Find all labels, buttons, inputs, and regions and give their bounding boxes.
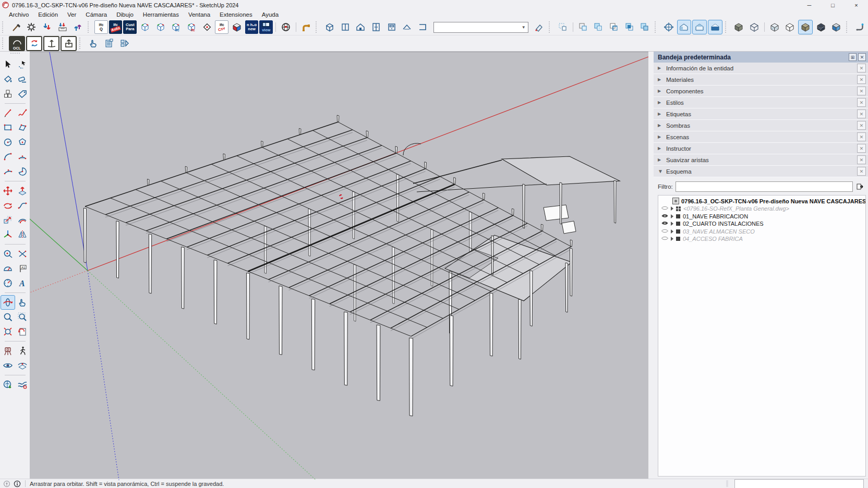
- outliner-item[interactable]: <0796.16-SO-RefX_Planta General.dwg>: [658, 205, 865, 213]
- ifc-box-red[interactable]: ifc: [184, 20, 199, 34]
- classify-box-2[interactable]: [153, 20, 168, 34]
- overlap-trim[interactable]: [607, 20, 621, 34]
- menu-ver[interactable]: Ver: [63, 11, 81, 18]
- panel-toggle[interactable]: [117, 36, 132, 51]
- 3d-model-canvas[interactable]: [30, 52, 648, 480]
- section-close-icon[interactable]: ✕: [857, 75, 866, 84]
- section-close-icon[interactable]: ✕: [857, 132, 866, 141]
- outliner-item[interactable]: 04_ACCESO FABRICA: [658, 235, 865, 243]
- look-around-tool[interactable]: [1, 358, 15, 373]
- outliner-item[interactable]: 03_NAVE ALMACEN SECO: [658, 228, 865, 236]
- menu-extensiones[interactable]: Extensiones: [215, 11, 257, 18]
- pan-tool[interactable]: [15, 295, 30, 310]
- push-pull-tool[interactable]: [15, 184, 30, 198]
- axes-tool[interactable]: [1, 276, 15, 290]
- menu-ventana[interactable]: Ventana: [184, 11, 215, 18]
- pipe-plugin[interactable]: [853, 20, 867, 34]
- minimize-button[interactable]: ─: [798, 0, 821, 10]
- filter-options-icon[interactable]: [855, 182, 865, 191]
- overlap-outer[interactable]: [637, 20, 652, 34]
- menu-herramientas[interactable]: Herramientas: [138, 11, 184, 18]
- pipe-tool[interactable]: [299, 20, 314, 34]
- keyboard-shortcuts[interactable]: [55, 20, 70, 34]
- circle-tool[interactable]: [1, 135, 15, 150]
- tag-tool[interactable]: [15, 87, 30, 101]
- ifc-auto-plugin[interactable]: IfcAuto: [109, 20, 123, 34]
- move-tool[interactable]: [1, 184, 15, 198]
- import-arrows[interactable]: [40, 20, 54, 34]
- pie-tool[interactable]: [15, 164, 30, 179]
- rectangle-tool[interactable]: [1, 120, 15, 135]
- face-style-house-1[interactable]: [677, 20, 692, 34]
- paint-bucket-tool[interactable]: [1, 72, 15, 87]
- zoom-tool[interactable]: [1, 310, 15, 324]
- protractor-tool[interactable]: [1, 261, 15, 276]
- settings-gear[interactable]: [25, 20, 39, 34]
- rotated-rectangle-tool[interactable]: [15, 120, 30, 135]
- style-shaded[interactable]: [798, 20, 813, 34]
- measurements-box[interactable]: [734, 479, 864, 488]
- classifier-eraser[interactable]: [532, 20, 547, 34]
- export-up[interactable]: [71, 20, 86, 34]
- polygon-tool[interactable]: [15, 135, 30, 150]
- section-close-icon[interactable]: ✕: [857, 121, 866, 130]
- tray-pin-icon[interactable]: ⊞: [849, 53, 857, 61]
- section-esquema[interactable]: ▼ Esquema ✕: [654, 166, 868, 177]
- outline-house[interactable]: [354, 20, 368, 34]
- section-componentes[interactable]: ▶Componentes✕: [654, 86, 868, 97]
- expand-arrow-icon[interactable]: [671, 214, 673, 218]
- outline-box[interactable]: [322, 20, 337, 34]
- section-close-icon[interactable]: ✕: [857, 144, 866, 153]
- section-suavizar-aristas[interactable]: ▶Suavizar aristas✕: [654, 154, 868, 166]
- red-blue-cube[interactable]: [230, 20, 244, 34]
- filter-input[interactable]: [676, 181, 853, 192]
- section-close-icon[interactable]: ✕: [857, 167, 866, 176]
- zoom-window-tool[interactable]: [15, 310, 30, 324]
- eye-open-icon[interactable]: [661, 213, 669, 219]
- style-textured[interactable]: [814, 20, 828, 34]
- zoom-extents-tool[interactable]: [1, 324, 15, 339]
- follow-me-tool[interactable]: [15, 198, 30, 213]
- eye-closed-icon[interactable]: [661, 236, 669, 242]
- components-tool[interactable]: [1, 87, 15, 101]
- cleanup-broom[interactable]: [9, 20, 23, 34]
- style-monochrome[interactable]: [829, 20, 843, 34]
- expand-arrow-icon[interactable]: [671, 237, 673, 241]
- outline-cabinet[interactable]: [369, 20, 383, 34]
- ifc-box-blue[interactable]: ifc: [168, 20, 183, 34]
- section-estilos[interactable]: ▶Estilos✕: [654, 97, 868, 108]
- menu-edicion[interactable]: Edición: [33, 11, 63, 18]
- section-informacio-n-de-la-entidad[interactable]: ▶Información de la entidad✕: [654, 63, 868, 74]
- overlap-subtract[interactable]: [591, 20, 606, 34]
- outline-rect[interactable]: [415, 20, 430, 34]
- axes-arrows[interactable]: [43, 36, 59, 51]
- geolocation-status-icon[interactable]: [3, 480, 10, 487]
- ifc-csv-plugin[interactable]: IfcCsv: [215, 20, 228, 34]
- face-style-house-3[interactable]: [708, 20, 722, 34]
- flip-tool[interactable]: [15, 227, 30, 242]
- face-style-house-2[interactable]: [692, 20, 707, 34]
- info-status-icon[interactable]: [14, 480, 21, 487]
- menu-ayuda[interactable]: Ayuda: [257, 11, 283, 18]
- globe-alarm[interactable]: [279, 20, 293, 34]
- maximize-button[interactable]: □: [821, 0, 845, 10]
- menu-archivo[interactable]: Archivo: [4, 11, 33, 18]
- section-sombras[interactable]: ▶Sombras✕: [654, 120, 868, 131]
- geolocation-tool[interactable]: [1, 377, 15, 392]
- section-materiales[interactable]: ▶Materiales✕: [654, 74, 868, 86]
- three-point-arc-tool[interactable]: [1, 164, 15, 179]
- tape-measure-tool[interactable]: [1, 247, 15, 261]
- classify-box-1[interactable]: [138, 20, 152, 34]
- nh2o-plugin[interactable]: n h₂onew: [245, 20, 259, 34]
- style-hidden-line[interactable]: [782, 20, 797, 34]
- outline-roof[interactable]: [400, 20, 415, 34]
- model-viewport[interactable]: [30, 52, 648, 479]
- section-escenas[interactable]: ▶Escenas✕: [654, 131, 868, 143]
- expand-arrow-icon[interactable]: [671, 206, 673, 211]
- section-close-icon[interactable]: ✕: [857, 98, 866, 107]
- outliner-root-item[interactable]: 0796.16-3_OC-SKP-TCN-v06 Pre-diseño Nuev…: [672, 197, 865, 205]
- offset-tool[interactable]: [15, 213, 30, 227]
- previous-view-tool[interactable]: [15, 324, 30, 339]
- scale-tool[interactable]: [1, 213, 15, 227]
- position-camera-tool[interactable]: [1, 344, 15, 358]
